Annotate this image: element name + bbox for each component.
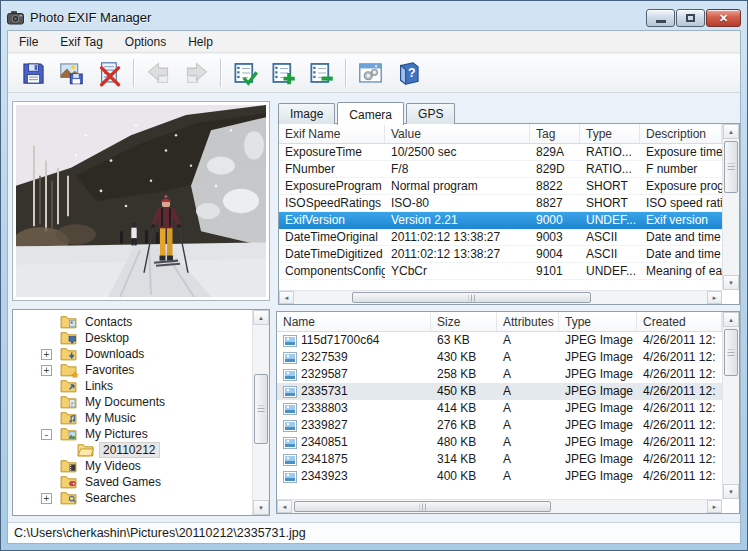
file-row[interactable]: 2341875314 KBAJPEG Image4/26/2011 12:	[277, 451, 722, 468]
pictures-folder-icon	[60, 427, 77, 441]
file-col-created[interactable]: Created	[637, 312, 722, 331]
scroll-up-arrow[interactable]: ▲	[253, 310, 269, 325]
tree-item-my-videos[interactable]: My Videos	[13, 458, 252, 474]
window-title: Photo EXIF Manager	[30, 10, 151, 25]
tab-gps[interactable]: GPS	[406, 103, 455, 124]
delete-exif-icon	[96, 60, 123, 87]
tree-item-searches[interactable]: + Searches	[13, 490, 252, 506]
client-area: File Exif Tag Options Help	[7, 30, 741, 544]
menu-options[interactable]: Options	[114, 32, 177, 52]
scroll-down-arrow[interactable]: ▼	[253, 500, 269, 515]
folder-tree: Contacts Desktop + Downloads + ★ Favorit…	[13, 310, 252, 515]
exif-row[interactable]: ExposureProgramNormal program8822SHORTEx…	[279, 178, 722, 195]
file-row[interactable]: 2329587258 KBAJPEG Image4/26/2011 12:	[277, 366, 722, 383]
file-col-type[interactable]: Type	[559, 312, 637, 331]
file-row[interactable]: 115d71700c6463 KBAJPEG Image4/26/2011 12…	[277, 332, 722, 349]
tree-item-contacts[interactable]: Contacts	[13, 314, 252, 330]
tree-item-desktop[interactable]: Desktop	[13, 330, 252, 346]
scroll-up-arrow[interactable]: ▲	[723, 124, 739, 139]
maximize-button[interactable]	[676, 9, 705, 27]
downloads-folder-icon	[60, 347, 77, 361]
scroll-right-arrow[interactable]: ►	[707, 500, 722, 513]
scroll-left-arrow[interactable]: ◄	[279, 291, 294, 304]
close-button[interactable]: ✕	[706, 9, 741, 27]
exif-row[interactable]: DateTimeDigitized2011:02:12 13:38:279004…	[279, 246, 722, 263]
scroll-up-arrow[interactable]: ▲	[723, 312, 739, 327]
exif-row[interactable]: ComponentsConfig...YCbCr9101UNDEF...Mean…	[279, 263, 722, 280]
window-frame: Photo EXIF Manager ✕ File Exif Tag Optio…	[0, 0, 748, 551]
title-bar[interactable]: Photo EXIF Manager ✕	[7, 4, 741, 30]
files-vertical-scrollbar[interactable]: ▲ ▼	[722, 312, 739, 499]
exif-remove-icon	[308, 60, 335, 87]
tree-vertical-scrollbar[interactable]: ▲ ▼	[252, 310, 269, 515]
scroll-thumb[interactable]	[352, 292, 592, 303]
menu-help[interactable]: Help	[177, 32, 224, 52]
tree-item-saved-games[interactable]: Saved Games	[13, 474, 252, 490]
minimize-button[interactable]	[646, 9, 675, 27]
file-row[interactable]: 2339827276 KBAJPEG Image4/26/2011 12:	[277, 417, 722, 434]
scroll-thumb[interactable]	[724, 141, 738, 193]
file-row[interactable]: 2343923400 KBAJPEG Image4/26/2011 12:	[277, 468, 722, 485]
exif-add-icon	[270, 60, 297, 87]
scroll-left-arrow[interactable]: ◄	[277, 500, 292, 513]
file-col-size[interactable]: Size	[431, 312, 497, 331]
exif-row-selected[interactable]: ExifVersionVersion 2.219000UNDEF...Exif …	[279, 212, 722, 229]
exif-add-button[interactable]	[264, 57, 302, 90]
exif-table-body: ExposureTime10/2500 sec829ARATIO...Expos…	[279, 144, 722, 280]
save-image-icon	[58, 60, 85, 87]
image-file-icon	[283, 352, 297, 364]
save-exif-button[interactable]	[14, 57, 52, 90]
tree-item-links[interactable]: Links	[13, 378, 252, 394]
collapse-icon[interactable]: -	[41, 429, 52, 440]
exif-row[interactable]: ISOSpeedRatingsISO-808827SHORTISO speed …	[279, 195, 722, 212]
expand-icon[interactable]: +	[41, 493, 52, 504]
options-button[interactable]	[351, 57, 389, 90]
tree-item-downloads[interactable]: + Downloads	[13, 346, 252, 362]
exif-horizontal-scrollbar[interactable]: ◄ ►	[279, 290, 722, 304]
exif-tab-strip: Image Camera GPS	[278, 102, 457, 124]
scroll-right-arrow[interactable]: ►	[707, 291, 722, 304]
scroll-thumb[interactable]	[254, 374, 268, 444]
exif-col-type[interactable]: Type	[580, 124, 640, 143]
menu-exif-tag[interactable]: Exif Tag	[49, 32, 113, 52]
open-folder-icon	[77, 443, 94, 457]
exif-col-description[interactable]: Description	[640, 124, 722, 143]
scroll-down-arrow[interactable]: ▼	[723, 484, 739, 499]
exif-apply-button[interactable]	[226, 57, 264, 90]
exif-remove-button[interactable]	[302, 57, 340, 90]
scroll-thumb[interactable]	[724, 329, 738, 376]
tree-item-my-pictures[interactable]: - My Pictures	[13, 426, 252, 442]
tree-item-favorites[interactable]: + ★ Favorites	[13, 362, 252, 378]
exif-col-tag[interactable]: Tag	[530, 124, 580, 143]
tab-camera[interactable]: Camera	[337, 102, 404, 125]
files-horizontal-scrollbar[interactable]: ◄ ►	[277, 499, 722, 513]
exif-row[interactable]: ExposureTime10/2500 sec829ARATIO...Expos…	[279, 144, 722, 161]
menu-bar: File Exif Tag Options Help	[8, 31, 740, 53]
tree-item-20110212[interactable]: 20110212	[13, 442, 252, 458]
help-button[interactable]: ?	[389, 57, 427, 90]
exif-col-value[interactable]: Value	[385, 124, 530, 143]
file-row[interactable]: 2327539430 KBAJPEG Image4/26/2011 12:	[277, 349, 722, 366]
file-list-body: 115d71700c6463 KBAJPEG Image4/26/2011 12…	[277, 332, 722, 485]
file-col-name[interactable]: Name	[277, 312, 431, 331]
tree-item-my-music[interactable]: My Music	[13, 410, 252, 426]
file-col-attributes[interactable]: Attributes	[497, 312, 559, 331]
scroll-down-arrow[interactable]: ▼	[723, 275, 739, 290]
save-image-button[interactable]	[52, 57, 90, 90]
exif-col-name[interactable]: Exif Name	[279, 124, 385, 143]
exif-vertical-scrollbar[interactable]: ▲ ▼	[722, 124, 739, 290]
menu-file[interactable]: File	[8, 32, 49, 52]
exif-row[interactable]: DateTimeOriginal2011:02:12 13:38:279003A…	[279, 229, 722, 246]
arrow-left-icon	[145, 60, 172, 87]
exif-row[interactable]: FNumberF/8829DRATIO...F number	[279, 161, 722, 178]
file-row[interactable]: 2340851480 KBAJPEG Image4/26/2011 12:	[277, 434, 722, 451]
expand-icon[interactable]: +	[41, 365, 52, 376]
scroll-thumb[interactable]	[294, 501, 551, 512]
file-row[interactable]: 2338803414 KBAJPEG Image4/26/2011 12:	[277, 400, 722, 417]
expand-icon[interactable]: +	[41, 349, 52, 360]
delete-exif-button[interactable]	[90, 57, 128, 90]
image-file-icon	[283, 403, 297, 415]
file-row-selected[interactable]: 2335731450 KBAJPEG Image4/26/2011 12:	[277, 383, 722, 400]
tab-image[interactable]: Image	[278, 103, 335, 124]
tree-item-my-documents[interactable]: My Documents	[13, 394, 252, 410]
